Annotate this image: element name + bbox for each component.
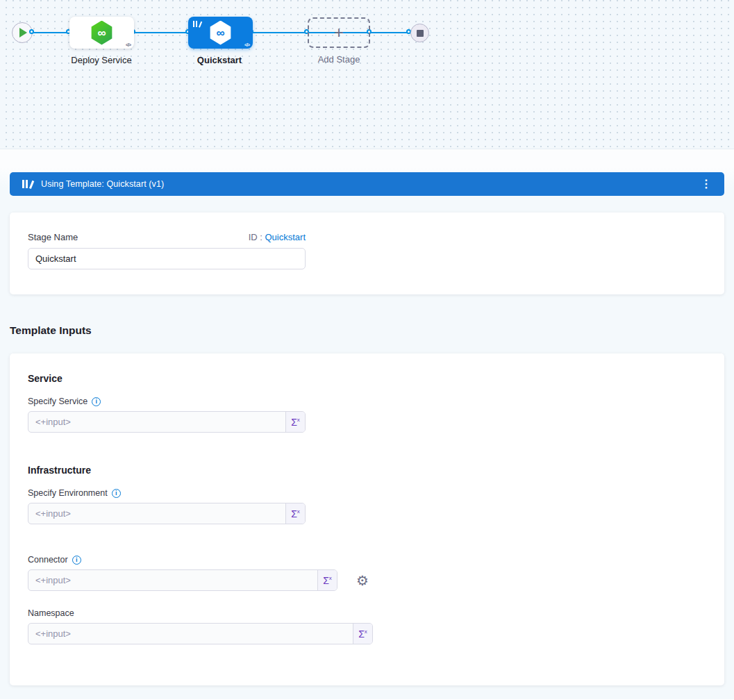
namespace-input[interactable] [28,624,353,644]
specify-environment-input[interactable] [28,503,285,524]
stage-label-deploy-service: Deploy Service [46,55,157,65]
info-icon[interactable]: i [112,489,121,498]
pipeline-end-node[interactable] [410,24,429,42]
stage-config-panel: Using Template: Quickstart (v1) ⋮ Stage … [0,149,734,699]
connector-input[interactable] [28,570,317,590]
connector-settings-gear-icon[interactable]: ⚙ [356,574,369,588]
connector-label: Connector [28,555,68,565]
template-inputs-heading: Template Inputs [10,324,724,337]
info-icon[interactable]: i [92,397,101,406]
specify-environment-label: Specify Environment [28,488,108,498]
stage-label-quickstart: Quickstart [164,55,275,65]
cd-stage-icon: ∞ [209,21,232,45]
infinity-icon: ∞ [97,27,106,39]
stage-node-deploy-service[interactable]: ∞ </> [69,17,134,49]
plus-icon: + [334,23,344,42]
section-title-infrastructure: Infrastructure [28,465,706,476]
template-library-icon [22,180,33,188]
using-template-text: Using Template: Quickstart (v1) [41,179,164,189]
expression-toggle-button[interactable]: Σx [285,503,305,524]
info-icon[interactable]: i [72,556,81,565]
cd-stage-icon: ∞ [90,21,113,45]
stage-id-link[interactable]: Quickstart [265,232,306,242]
field-namespace: Namespace Σx [28,608,706,644]
connector-point[interactable] [29,29,34,34]
specify-service-input[interactable] [28,412,285,432]
stage-label-add-stage: Add Stage [283,54,394,65]
stage-node-quickstart[interactable]: ∞ </> [188,17,253,49]
expression-toggle-button[interactable]: Σx [285,412,305,432]
section-title-service: Service [28,373,706,384]
stage-name-card: Stage Name ID : Quickstart [10,212,724,294]
code-icon: </> [244,42,249,47]
using-template-banner: Using Template: Quickstart (v1) ⋮ [10,172,724,196]
stage-id-prefix: ID : [249,232,262,242]
play-icon [19,28,27,38]
field-specify-environment: Specify Environment i Σx [28,488,706,524]
pipeline-canvas[interactable]: ∞ </> ∞ </> + Deploy Service Quickstart … [0,0,734,149]
add-stage-button[interactable]: + [308,17,370,48]
expression-toggle-button[interactable]: Σx [353,624,372,644]
infinity-icon: ∞ [216,27,224,39]
field-connector: Connector i Σx ⚙ [28,555,706,591]
template-inputs-card: Service Specify Service i Σx Infrastruct… [10,353,724,685]
stage-name-label: Stage Name [28,232,78,242]
template-library-icon [193,21,201,27]
template-options-menu-button[interactable]: ⋮ [697,176,716,192]
namespace-label: Namespace [28,608,74,618]
expression-toggle-button[interactable]: Σx [317,570,337,590]
stage-name-input[interactable] [28,248,306,269]
field-specify-service: Specify Service i Σx [28,397,706,433]
stop-icon [417,30,424,37]
stage-id: ID : Quickstart [249,232,306,242]
code-icon: </> [126,42,131,47]
specify-service-label: Specify Service [28,397,87,406]
